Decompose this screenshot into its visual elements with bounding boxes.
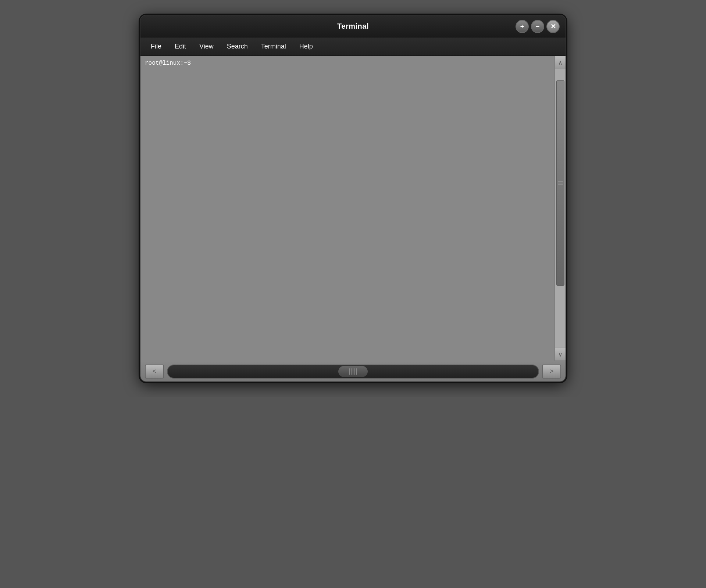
menu-item-terminal[interactable]: Terminal (254, 40, 293, 53)
menu-item-search[interactable]: Search (220, 40, 254, 53)
hscroll-thumb[interactable] (338, 366, 368, 377)
terminal-body: root@linux:~$ ∧ ∨ (140, 56, 566, 361)
hgrip-line-5 (356, 368, 357, 375)
hscroll-track[interactable] (167, 365, 539, 379)
hgrip-line-2 (351, 368, 352, 375)
minimize-button[interactable]: − (531, 20, 544, 33)
grip-line-3 (558, 184, 563, 185)
scrollbar-track-v[interactable] (555, 69, 566, 348)
scroll-left-button[interactable]: < (145, 365, 164, 379)
hgrip-line-1 (349, 368, 350, 375)
scroll-right-button[interactable]: > (542, 365, 561, 379)
menu-item-file[interactable]: File (144, 40, 168, 53)
terminal-window: Terminal + − ✕ File Edit View Search Ter… (140, 15, 566, 382)
grip-line-2 (558, 183, 563, 183)
hgrip-line-4 (354, 368, 355, 375)
scrollbar-thumb-v[interactable] (556, 80, 564, 286)
menu-item-edit[interactable]: Edit (168, 40, 193, 53)
vertical-scrollbar: ∧ ∨ (555, 56, 566, 361)
scroll-down-button[interactable]: ∨ (555, 348, 566, 361)
menu-item-help[interactable]: Help (293, 40, 320, 53)
menubar: File Edit View Search Terminal Help (140, 37, 566, 56)
scroll-up-button[interactable]: ∧ (555, 56, 566, 69)
window-title: Terminal (337, 22, 369, 31)
terminal-content[interactable]: root@linux:~$ (140, 56, 555, 361)
menu-item-view[interactable]: View (193, 40, 220, 53)
window-controls: + − ✕ (516, 20, 560, 33)
scrollbar-grip (558, 181, 563, 185)
titlebar: Terminal + − ✕ (140, 15, 566, 37)
grip-line-1 (558, 181, 563, 182)
add-tab-button[interactable]: + (516, 20, 529, 33)
terminal-prompt: root@linux:~$ (145, 60, 191, 67)
hgrip-line-3 (353, 368, 353, 375)
close-button[interactable]: ✕ (546, 20, 560, 33)
horizontal-scrollbar-bar: < > (140, 361, 566, 381)
